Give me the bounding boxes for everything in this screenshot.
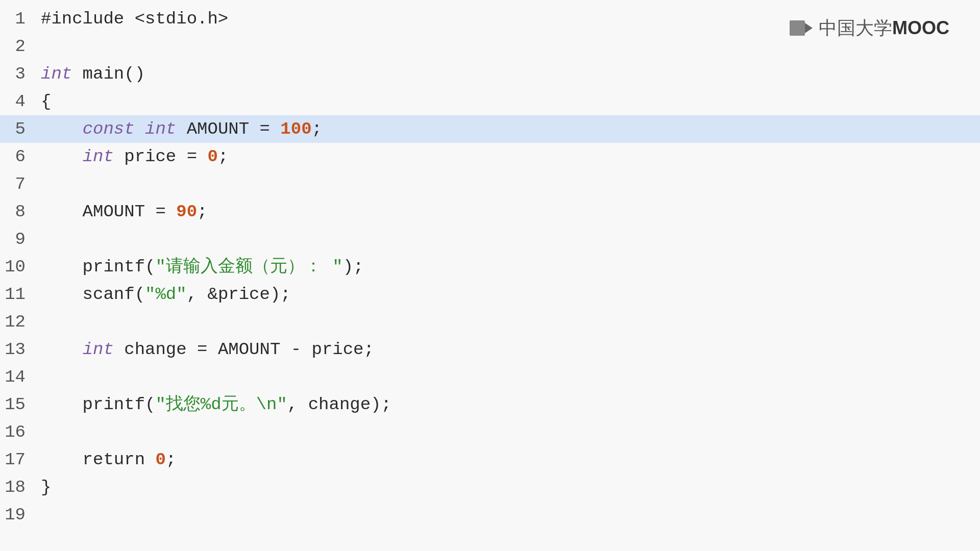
logo-container: 中国大学MOOC [787, 15, 949, 41]
line-number-9: 9 [0, 226, 36, 253]
line-number-7: 7 [0, 170, 36, 198]
code-line-17: 17 return 0; [0, 446, 980, 473]
code-line-12: 12 [0, 308, 980, 336]
line-content-17: return 0; [36, 446, 176, 473]
code-line-16: 16 [0, 418, 980, 446]
svg-rect-0 [790, 20, 805, 36]
line-number-12: 12 [0, 308, 36, 336]
line-content-6: int price = 0; [36, 143, 228, 170]
code-line-4: 4 { [0, 88, 980, 115]
line-number-19: 19 [0, 501, 36, 529]
line-content-13: int change = AMOUNT - price; [36, 336, 374, 363]
line-number-11: 11 [0, 281, 36, 308]
logo-text: 中国大学MOOC [819, 16, 949, 41]
line-content-5: const int AMOUNT = 100; [36, 115, 322, 143]
line-content-10: printf("请输入金额（元）： "); [36, 253, 363, 281]
code-line-14: 14 [0, 363, 980, 391]
line-number-4: 4 [0, 88, 36, 115]
line-content-3: int main() [36, 60, 145, 88]
line-number-5: 5 [0, 115, 36, 143]
code-line-7: 7 [0, 170, 980, 198]
code-line-3: 3 int main() [0, 60, 980, 88]
line-content-1: #include <stdio.h> [36, 5, 228, 33]
mooc-logo-icon [787, 15, 813, 41]
line-number-10: 10 [0, 253, 36, 281]
code-line-11: 11 scanf("%d", &price); [0, 281, 980, 308]
line-content-11: scanf("%d", &price); [36, 281, 291, 308]
line-number-6: 6 [0, 143, 36, 170]
code-line-6: 6 int price = 0; [0, 143, 980, 170]
line-content-18: } [36, 473, 51, 501]
line-number-13: 13 [0, 336, 36, 363]
line-number-16: 16 [0, 418, 36, 446]
line-number-18: 18 [0, 473, 36, 501]
line-number-15: 15 [0, 391, 36, 418]
line-number-1: 1 [0, 5, 36, 33]
code-line-8: 8 AMOUNT = 90; [0, 198, 980, 226]
line-content-15: printf("找您%d元。\n", change); [36, 391, 391, 418]
line-number-8: 8 [0, 198, 36, 226]
code-line-19: 19 [0, 501, 980, 529]
line-number-3: 3 [0, 60, 36, 88]
code-line-18: 18 } [0, 473, 980, 501]
line-number-17: 17 [0, 446, 36, 473]
code-line-9: 9 [0, 226, 980, 253]
svg-marker-1 [805, 23, 813, 33]
line-content-8: AMOUNT = 90; [36, 198, 207, 226]
code-line-10: 10 printf("请输入金额（元）： "); [0, 253, 980, 281]
line-number-2: 2 [0, 33, 36, 60]
code-line-13: 13 int change = AMOUNT - price; [0, 336, 980, 363]
line-number-14: 14 [0, 363, 36, 391]
code-line-5: 5 const int AMOUNT = 100; [0, 115, 980, 143]
line-content-4: { [36, 88, 51, 115]
code-line-15: 15 printf("找您%d元。\n", change); [0, 391, 980, 418]
code-editor: 中国大学MOOC 1 #include <stdio.h> 2 3 int ma… [0, 0, 980, 551]
